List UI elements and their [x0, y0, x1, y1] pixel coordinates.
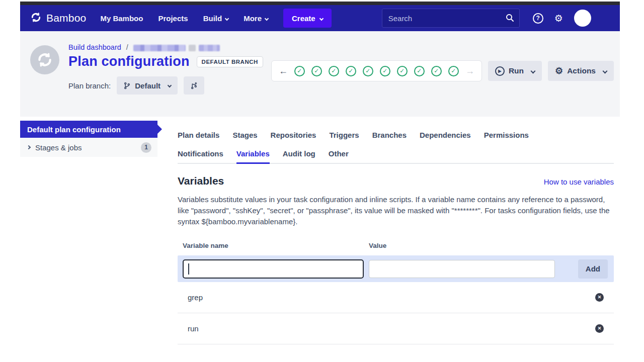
build-success-check-icon[interactable]: ✓: [346, 66, 356, 76]
variables-table-header: Variable name Value: [178, 242, 614, 249]
tab-row: NotificationsVariablesAudit logOther: [178, 149, 614, 163]
help-icon[interactable]: ?: [533, 13, 543, 24]
variable-name-input-wrap: [183, 259, 364, 279]
settings-gear-icon[interactable]: ⚙: [554, 14, 563, 23]
tab-plan-details[interactable]: Plan details: [178, 131, 219, 144]
actions-button[interactable]: ⚙ Actions: [548, 61, 614, 81]
search-input[interactable]: [382, 9, 520, 28]
column-header-value: Value: [364, 242, 386, 249]
tab-other[interactable]: Other: [329, 149, 349, 164]
main-content: Plan detailsStagesRepositoriesTriggersBr…: [174, 117, 620, 344]
redacted-breadcrumb: [199, 45, 220, 51]
variable-name-input[interactable]: [183, 259, 364, 279]
delete-variable-icon[interactable]: ✕: [595, 324, 604, 333]
chevron-down-icon: [603, 68, 608, 73]
config-sidebar: Default plan configuration Stages & jobs…: [20, 117, 174, 344]
build-success-check-icon[interactable]: ✓: [311, 66, 322, 76]
chevron-down-icon: [225, 16, 229, 20]
bamboo-logo-icon: [30, 12, 42, 25]
tab-variables[interactable]: Variables: [236, 149, 270, 164]
sidebar-item-default-plan-configuration[interactable]: Default plan configuration: [20, 121, 157, 138]
branch-icon: [123, 82, 131, 89]
tab-repositories[interactable]: Repositories: [271, 131, 316, 144]
build-success-check-icon[interactable]: ✓: [294, 66, 305, 76]
column-header-variable-name: Variable name: [178, 242, 364, 249]
plan-header: Build dashboard / Plan configuration DEF…: [20, 31, 620, 117]
variables-rows: grep✕run✕: [178, 282, 614, 344]
nav-item-more[interactable]: More: [244, 14, 268, 23]
sidebar-item-label: Stages & jobs: [35, 143, 82, 152]
build-success-check-icon[interactable]: ✓: [397, 66, 408, 76]
variable-name: run: [188, 324, 199, 333]
text-cursor: [188, 263, 189, 275]
gear-icon: ⚙: [555, 66, 563, 75]
plan-header-actions: ← ✓✓✓✓✓✓✓✓✓✓ → ▶ Run ⚙ Actions: [271, 60, 614, 81]
build-success-check-icon[interactable]: ✓: [329, 66, 339, 76]
delete-variable-icon[interactable]: ✕: [595, 293, 604, 302]
title-row: Plan configuration DEFAULT BRANCH: [68, 54, 263, 69]
nav-item-my-bamboo[interactable]: My Bamboo: [100, 14, 143, 23]
user-avatar[interactable]: [574, 10, 591, 27]
tab-audit-log[interactable]: Audit log: [283, 149, 315, 164]
bamboo-logo[interactable]: Bamboo: [30, 12, 86, 25]
table-row: run✕: [178, 313, 614, 344]
build-success-check-icon[interactable]: ✓: [380, 66, 390, 76]
older-builds-arrow-icon[interactable]: ←: [279, 66, 288, 76]
body-row: Default plan configuration Stages & jobs…: [20, 117, 620, 344]
build-success-check-icon[interactable]: ✓: [414, 66, 425, 76]
app-frame: Bamboo My BambooProjectsBuildMore Create…: [20, 2, 620, 344]
tab-permissions[interactable]: Permissions: [484, 131, 529, 144]
breadcrumb-separator: /: [126, 43, 128, 51]
navbar-icon-group: ? ⚙: [533, 10, 591, 27]
plan-branch-row: Plan branch: Default: [68, 76, 263, 95]
chevron-right-icon: [27, 145, 31, 149]
build-success-check-icon[interactable]: ✓: [363, 66, 373, 76]
newer-builds-arrow-icon: →: [465, 66, 474, 76]
config-tabs: Plan detailsStagesRepositoriesTriggersBr…: [178, 131, 614, 164]
page-title: Plan configuration: [68, 54, 190, 69]
redacted-breadcrumb: [133, 45, 186, 51]
breadcrumb-build-dashboard-link[interactable]: Build dashboard: [68, 43, 121, 51]
redacted-breadcrumb: [189, 45, 196, 51]
build-success-check-icon[interactable]: ✓: [448, 66, 459, 76]
nav-item-build[interactable]: Build: [203, 14, 229, 23]
nav-item-projects[interactable]: Projects: [158, 14, 188, 23]
variable-name: grep: [188, 293, 203, 302]
tab-branches[interactable]: Branches: [372, 131, 407, 144]
tab-stages[interactable]: Stages: [232, 131, 257, 144]
search-icon[interactable]: [505, 13, 514, 24]
plan-branch-label: Plan branch:: [68, 81, 111, 90]
build-success-check-icon[interactable]: ✓: [431, 66, 442, 76]
window-top-strip: [20, 2, 620, 5]
create-branch-button[interactable]: [184, 76, 204, 95]
tab-triggers[interactable]: Triggers: [329, 131, 359, 144]
tab-dependencies[interactable]: Dependencies: [420, 131, 471, 144]
plan-sync-icon: [30, 45, 59, 74]
create-branch-icon: [190, 82, 198, 89]
table-row: grep✕: [178, 282, 614, 313]
search-container: [382, 9, 520, 28]
tab-row: Plan detailsStagesRepositoriesTriggersBr…: [178, 131, 614, 143]
chevron-down-icon: [319, 16, 323, 20]
build-results-strip: ← ✓✓✓✓✓✓✓✓✓✓ →: [271, 60, 482, 81]
plan-header-text: Build dashboard / Plan configuration DEF…: [68, 43, 263, 95]
play-icon: ▶: [495, 66, 505, 76]
chevron-down-icon: [531, 68, 536, 73]
sidebar-item-stages-jobs[interactable]: Stages & jobs 1: [20, 138, 157, 157]
variables-heading: Variables: [178, 175, 224, 187]
build-status-icons: ✓✓✓✓✓✓✓✓✓✓: [294, 66, 459, 76]
how-to-use-variables-link[interactable]: How to use variables: [544, 177, 614, 186]
create-button[interactable]: Create: [283, 9, 332, 28]
chevron-down-icon: [168, 83, 172, 87]
navbar-links: My BambooProjectsBuildMore: [100, 14, 268, 23]
variables-section-head: Variables How to use variables: [178, 175, 614, 187]
variable-value-input[interactable]: [369, 260, 555, 278]
add-button[interactable]: Add: [578, 259, 608, 279]
variables-description: Variables substitute values in your task…: [178, 194, 614, 227]
stages-count-badge: 1: [141, 142, 151, 153]
run-button[interactable]: ▶ Run: [488, 61, 542, 81]
tab-notifications[interactable]: Notifications: [178, 149, 223, 164]
top-navbar: Bamboo My BambooProjectsBuildMore Create…: [20, 5, 620, 31]
add-variable-row: Add: [178, 255, 614, 282]
plan-branch-select[interactable]: Default: [117, 76, 178, 95]
